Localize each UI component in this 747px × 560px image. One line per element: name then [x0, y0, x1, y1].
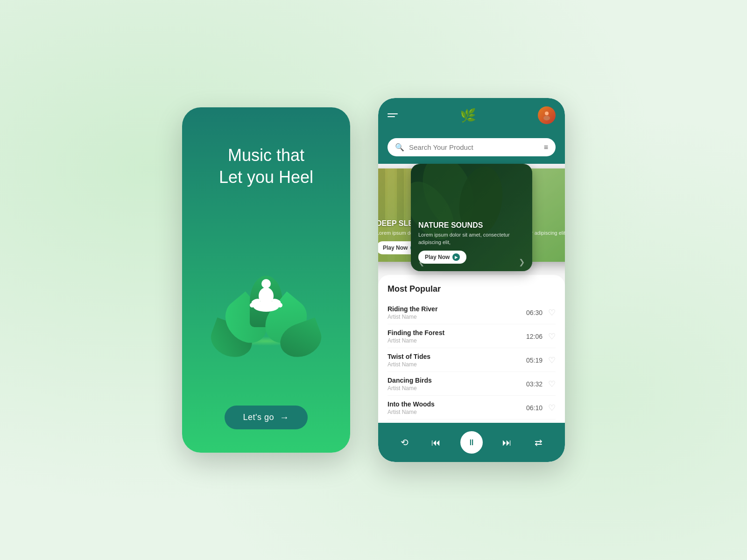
track-duration-0: 06:30 — [526, 309, 543, 316]
favorite-button-0[interactable]: ♡ — [548, 308, 556, 318]
favorite-button-3[interactable]: ♡ — [548, 379, 556, 389]
shuffle-button[interactable]: ⇄ — [532, 434, 545, 451]
card-center-content: NATURE SOUNDS Lorem ipsum dolor sit amet… — [418, 221, 525, 264]
favorite-button-1[interactable]: ♡ — [548, 331, 556, 342]
search-input[interactable] — [409, 143, 539, 151]
section-title-most-popular: Most Popular — [388, 284, 556, 294]
track-info-0: Riding the River Artist Name — [388, 305, 526, 320]
track-name-3: Dancing Birds — [388, 377, 526, 384]
track-info-4: Into the Woods Artist Name — [388, 400, 526, 415]
carousel-wrapper: DEEP SLEEP MUSIC Lorem ipsum dolor sit a… — [378, 164, 565, 271]
player-controls: ⟲ ⏮ ⏸ ⏭ ⇄ — [378, 423, 565, 462]
app-header: 🌿 — [378, 98, 565, 133]
track-artist-3: Artist Name — [388, 385, 526, 392]
most-popular-section: Most Popular Riding the River Artist Nam… — [378, 275, 565, 423]
app-logo: 🌿 — [460, 108, 476, 123]
track-item[interactable]: Finding the Forest Artist Name 12:06 ♡ — [388, 325, 556, 348]
track-duration-2: 05:19 — [526, 357, 543, 364]
track-item[interactable]: Twist of Tides Artist Name 05:19 ♡ — [388, 349, 556, 372]
track-item[interactable]: Into the Woods Artist Name 06:10 ♡ — [388, 397, 556, 420]
track-info-3: Dancing Birds Artist Name — [388, 377, 526, 392]
splash-phone: Music that Let you Heel — [182, 107, 350, 453]
splash-title-line2: Let you Heel — [219, 168, 313, 187]
track-item[interactable]: Riding the River Artist Name 06:30 ♡ — [388, 301, 556, 324]
pause-button[interactable]: ⏸ — [460, 431, 483, 454]
search-bar-container: 🔍 ≡ — [378, 133, 565, 164]
favorite-button-4[interactable]: ♡ — [548, 403, 556, 413]
splash-title: Music that Let you Heel — [219, 145, 313, 189]
svg-rect-11 — [378, 168, 385, 224]
svg-point-7 — [545, 112, 549, 115]
track-info-1: Finding the Forest Artist Name — [388, 329, 526, 344]
play-icon-nature: ▶ — [452, 253, 460, 261]
play-label-deep-sleep: Play Now — [383, 245, 408, 251]
svg-point-6 — [278, 303, 282, 308]
track-name-0: Riding the River — [388, 305, 526, 313]
track-duration-4: 06:10 — [526, 404, 543, 412]
track-list: Riding the River Artist Name 06:30 ♡ Fin… — [388, 301, 556, 423]
card-nature-sounds: NATURE SOUNDS Lorem ipsum dolor sit amet… — [411, 164, 532, 271]
card-center-title: NATURE SOUNDS — [418, 221, 525, 230]
hamburger-line-2 — [388, 116, 395, 117]
card-center-desc: Lorem ipsum dolor sit amet, consectetur … — [418, 231, 525, 246]
track-artist-2: Artist Name — [388, 361, 526, 368]
splash-title-line1: Music that — [228, 146, 304, 165]
svg-point-0 — [261, 279, 271, 288]
cta-arrow-icon: → — [280, 412, 289, 423]
hamburger-menu[interactable] — [388, 113, 398, 117]
track-name-4: Into the Woods — [388, 400, 526, 408]
cta-label: Let's go — [243, 413, 274, 422]
svg-point-5 — [250, 303, 254, 308]
screens-container: Music that Let you Heel — [182, 98, 565, 462]
play-button-nature[interactable]: Play Now ▶ — [418, 251, 466, 264]
track-duration-1: 12:06 — [526, 333, 543, 340]
play-label-nature: Play Now — [425, 254, 450, 260]
svg-rect-13 — [397, 168, 404, 224]
repeat-button[interactable]: ⟲ — [398, 434, 411, 451]
filter-icon[interactable]: ≡ — [544, 143, 548, 152]
search-icon: 🔍 — [395, 143, 404, 152]
track-item[interactable]: Dancing Birds Artist Name 03:32 ♡ — [388, 373, 556, 396]
prev-button[interactable]: ⏮ — [429, 434, 444, 451]
app-phone: 🌿 🔍 ≡ — [378, 98, 565, 462]
track-artist-0: Artist Name — [388, 314, 526, 320]
meditating-figure — [247, 278, 285, 325]
track-name-2: Twist of Tides — [388, 353, 526, 360]
lets-go-button[interactable]: Let's go → — [225, 406, 308, 429]
track-info-2: Twist of Tides Artist Name — [388, 353, 526, 368]
favorite-button-2[interactable]: ♡ — [548, 355, 556, 365]
svg-point-8 — [543, 116, 550, 120]
lotus-container — [215, 248, 317, 341]
splash-illustration — [215, 248, 317, 346]
track-artist-1: Artist Name — [388, 337, 526, 344]
track-name-1: Finding the Forest — [388, 329, 526, 336]
next-button[interactable]: ⏭ — [500, 434, 514, 451]
track-artist-4: Artist Name — [388, 409, 526, 415]
track-duration-3: 03:32 — [526, 380, 543, 388]
user-avatar[interactable] — [538, 106, 556, 124]
hamburger-line-1 — [388, 113, 398, 114]
search-wrapper: 🔍 ≡ — [388, 138, 556, 156]
